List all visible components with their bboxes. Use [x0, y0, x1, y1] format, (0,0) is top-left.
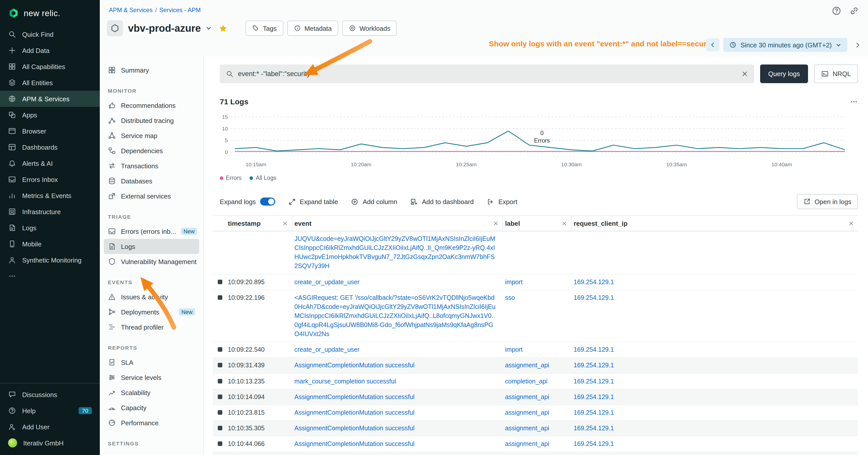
time-range-forward-chevron[interactable]: [851, 41, 864, 48]
subnav-item-recommendations[interactable]: Recommendations: [104, 98, 199, 113]
log-row[interactable]: 10:09:22.196<ASGIRequest: GET '/sso/call…: [213, 290, 858, 342]
expand-logs-toggle[interactable]: Expand logs: [220, 197, 275, 205]
permalink-icon[interactable]: [849, 6, 859, 15]
log-event-link[interactable]: AssignmentCompletionMutation successful: [294, 362, 414, 369]
log-row[interactable]: 10:09:31.439AssignmentCompletionMutation…: [213, 358, 858, 373]
time-picker[interactable]: Since 30 minutes ago (GMT+2): [723, 38, 847, 52]
log-label-link[interactable]: assignment_api: [505, 425, 549, 432]
column-header-timestamp[interactable]: timestamp: [226, 216, 292, 231]
log-event-link[interactable]: AssignmentCompletionMutation successful: [294, 409, 414, 416]
sidebar-item-logs[interactable]: Logs: [0, 220, 100, 236]
log-row[interactable]: 10:09:22.540create_or_update_userimport1…: [213, 343, 858, 358]
subnav-item-distributed-tracing[interactable]: Distributed tracing: [104, 113, 199, 128]
open-in-logs-button[interactable]: Open in logs: [797, 194, 858, 209]
log-label-link[interactable]: completion_api: [505, 378, 548, 385]
sidebar-item-all-entities[interactable]: All Entities: [0, 74, 100, 91]
log-row[interactable]: 10:10:49.051mark_course_completion succe…: [213, 452, 858, 455]
time-range-back-button[interactable]: [706, 38, 719, 52]
column-header-event[interactable]: event: [292, 216, 503, 231]
sidebar-item-alerts-ai[interactable]: Alerts & AI: [0, 155, 100, 171]
sidebar-item-add-data[interactable]: Add Data: [0, 42, 100, 59]
log-ip-link[interactable]: 169.254.129.1: [574, 294, 614, 301]
log-label-link[interactable]: import: [505, 347, 523, 354]
subnav-item-vulnerability-management[interactable]: Vulnerability Management: [104, 254, 199, 269]
log-ip-link[interactable]: 169.254.129.1: [574, 393, 614, 400]
subnav-item-sla[interactable]: SLA: [104, 355, 199, 370]
subnav-item-service-map[interactable]: Service map: [104, 128, 199, 143]
sidebar-item-add-user[interactable]: Add User: [0, 419, 100, 435]
log-ip-link[interactable]: 169.254.129.1: [574, 425, 614, 432]
remove-column-event-icon[interactable]: [493, 221, 498, 226]
add-column-button[interactable]: Add column: [351, 198, 397, 205]
log-ip-link[interactable]: 169.254.129.1: [574, 279, 614, 286]
export-button[interactable]: Export: [487, 198, 518, 205]
sidebar-item-errors-inbox[interactable]: Errors Inbox: [0, 171, 100, 188]
subnav-item-thread-profiler[interactable]: Thread profiler: [104, 320, 199, 334]
sidebar-item-browser[interactable]: Browser: [0, 123, 100, 139]
expand-table-button[interactable]: Expand table: [288, 198, 338, 205]
sidebar-item-discussions[interactable]: Discussions: [0, 387, 100, 402]
entity-chevron-down-icon[interactable]: [206, 25, 212, 31]
log-row[interactable]: JUQVU&code=eyJraWQiOiJjcGltY29yZV8wOTl1M…: [213, 231, 858, 274]
subnav-item-capacity[interactable]: Capacity: [104, 400, 199, 415]
remove-column-label-icon[interactable]: [561, 221, 567, 226]
log-ip-link[interactable]: 169.254.129.1: [574, 362, 614, 369]
log-row[interactable]: 10:10:44.066AssignmentCompletionMutation…: [213, 436, 858, 452]
subnav-item-summary[interactable]: Summary: [104, 63, 199, 77]
entity-title[interactable]: vbv-prod-azure: [128, 23, 201, 34]
sidebar-item-dashboards[interactable]: Dashboards: [0, 139, 100, 155]
subnav-item-dependencies[interactable]: Dependencies: [104, 143, 199, 158]
log-row[interactable]: 10:10:35.305AssignmentCompletionMutation…: [213, 421, 858, 436]
sidebar-item-mobile[interactable]: Mobile: [0, 236, 100, 252]
remove-column-request-client-ip-icon[interactable]: [848, 221, 854, 226]
sidebar-item-infrastructure[interactable]: Infrastructure: [0, 203, 100, 220]
workloads-button[interactable]: Workloads: [342, 21, 397, 36]
sidebar-item-synthetic-monitoring[interactable]: Synthetic Monitoring: [0, 252, 100, 268]
log-ip-link[interactable]: 169.254.129.1: [574, 409, 614, 416]
toggle-on-icon[interactable]: [260, 197, 275, 205]
log-label-link[interactable]: assignment_api: [505, 362, 549, 369]
log-row[interactable]: 10:09:20.895create_or_update_userimport1…: [213, 274, 858, 290]
favorite-star-icon[interactable]: [219, 24, 227, 32]
breadcrumb-link-services-apm[interactable]: Services - APM: [159, 6, 200, 13]
sidebar-item-more[interactable]: [0, 268, 100, 284]
subnav-item-errors-errors-inb[interactable]: Errors (errors inb...New: [104, 224, 199, 239]
log-event-link[interactable]: JUQVU&code=eyJraWQiOiJjcGltY29yZV8wOTl1M…: [294, 235, 495, 270]
subnav-item-deployments[interactable]: DeploymentsNew: [104, 304, 199, 320]
sidebar-item-apps[interactable]: Apps: [0, 107, 100, 123]
log-label-link[interactable]: assignment_api: [505, 393, 549, 400]
log-event-link[interactable]: create_or_update_user: [294, 347, 360, 354]
log-event-link[interactable]: AssignmentCompletionMutation successful: [294, 425, 414, 432]
query-logs-button[interactable]: Query logs: [760, 65, 808, 83]
log-ip-link[interactable]: 169.254.129.1: [574, 378, 614, 385]
log-label-link[interactable]: assignment_api: [505, 409, 549, 416]
subnav-item-external-services[interactable]: External services: [104, 189, 199, 203]
log-row[interactable]: 10:10:13.235mark_course_completion succe…: [213, 373, 858, 389]
subnav-item-performance[interactable]: Performance: [104, 415, 199, 430]
sidebar-item-metrics-events[interactable]: Metrics & Events: [0, 188, 100, 203]
remove-column-timestamp-icon[interactable]: [282, 221, 288, 226]
column-header-label[interactable]: label: [503, 216, 571, 231]
log-label-link[interactable]: assignment_api: [505, 441, 549, 448]
log-label-link[interactable]: import: [505, 279, 523, 286]
sidebar-item-quick-find[interactable]: Quick Find: [0, 26, 100, 42]
log-label-link[interactable]: sso: [505, 294, 515, 301]
chart-options-icon[interactable]: [850, 98, 858, 105]
sidebar-item-help[interactable]: Help70: [0, 402, 100, 419]
log-event-link[interactable]: mark_course_completion successful: [294, 378, 396, 385]
log-event-link[interactable]: <ASGIRequest: GET '/sso/callback/?state=…: [294, 294, 496, 337]
log-row[interactable]: 10:10:23.815AssignmentCompletionMutation…: [213, 405, 858, 421]
subnav-item-logs[interactable]: Logs: [104, 239, 199, 254]
clear-query-icon[interactable]: [742, 70, 748, 77]
subnav-item-service-levels[interactable]: Service levels: [104, 370, 199, 385]
log-event-link[interactable]: AssignmentCompletionMutation successful: [294, 441, 414, 448]
sidebar-item-apm-services[interactable]: APM & Services: [0, 91, 100, 107]
breadcrumb-link-apm-services[interactable]: APM & Services: [109, 6, 153, 13]
subnav-item-scalability[interactable]: Scalability: [104, 385, 199, 400]
new-relic-logo[interactable]: new relic.: [0, 0, 100, 26]
log-event-link[interactable]: create_or_update_user: [294, 279, 360, 286]
metadata-button[interactable]: Metadata: [287, 21, 338, 36]
subnav-item-transactions[interactable]: Transactions: [104, 158, 199, 173]
sidebar-item-all-capabilities[interactable]: All Capabilities: [0, 59, 100, 74]
log-ip-link[interactable]: 169.254.129.1: [574, 441, 614, 448]
